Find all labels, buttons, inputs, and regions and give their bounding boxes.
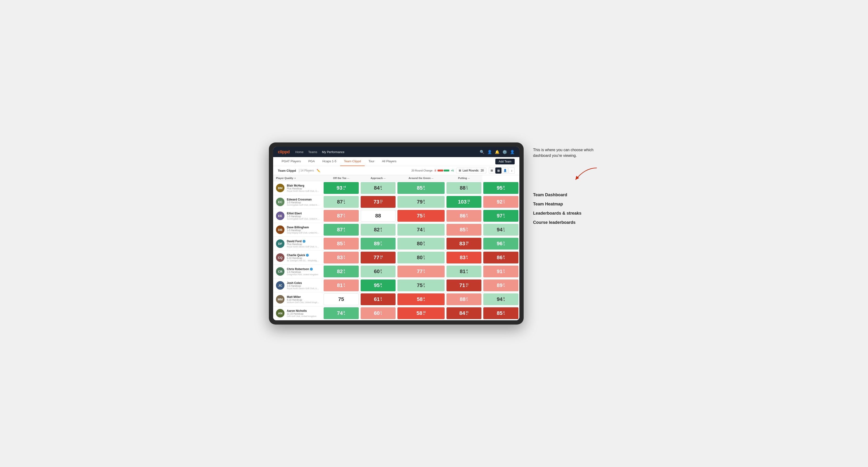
sort-arrow-player[interactable]: ▼: [294, 177, 296, 180]
score-box: 897▲: [361, 238, 396, 250]
score-number: 81: [337, 282, 343, 288]
score-cell-player-quality: 823▲: [323, 264, 360, 279]
score-cell-approach: 773▼: [397, 264, 445, 279]
add-team-button[interactable]: Add Team: [495, 159, 515, 164]
player-cell-td[interactable]: EEElliot Ebert1-5 HandicapSunningdale Go…: [273, 209, 323, 223]
score-box: 959▲: [483, 182, 519, 194]
player-cell: CQCharlie Quick✓6-10 HandicapSt. George'…: [273, 251, 323, 264]
tab-hcaps[interactable]: Hcaps 1-5: [319, 157, 340, 166]
page-wrapper: clippd Home Teams My Performance 🔍 👤 🔔 ⚙…: [269, 143, 599, 324]
tab-pga[interactable]: PGA: [305, 157, 318, 166]
arrow-svg: [571, 165, 599, 184]
player-handicap: 1-5 Handicap: [287, 271, 318, 273]
score-change: 1▲: [423, 227, 425, 232]
change-arrow: ▼: [380, 300, 382, 302]
tab-team-clippd[interactable]: Team Clippd: [340, 157, 365, 166]
tab-pgat-players[interactable]: PGAT Players: [278, 157, 305, 166]
bar-red: [437, 169, 443, 172]
score-number: 60: [374, 310, 379, 316]
bell-icon[interactable]: 🔔: [495, 150, 500, 154]
score-change: 3▼: [503, 269, 505, 274]
player-info: Matt Miller6-10 HandicapWoburn Golf Club…: [287, 295, 320, 304]
player-name: Blair McHarg: [287, 184, 304, 187]
sort-arrow-off-tee[interactable]: —: [347, 177, 349, 180]
score-change: 2▼: [466, 297, 468, 302]
score-change: 15▲: [467, 199, 470, 204]
player-cell-td[interactable]: ECEdward Crossman1-5 HandicapSunningdale…: [273, 195, 323, 209]
score-number: 83: [337, 254, 343, 261]
score-cell-approach: 801▲: [397, 251, 445, 264]
player-club: Royal North Devon Golf Club, United King…: [287, 287, 320, 290]
tab-all-players[interactable]: All Players: [378, 157, 400, 166]
sort-arrow-approach[interactable]: —: [383, 177, 385, 180]
annotation-panel: This is where you can choose which dashb…: [533, 143, 599, 225]
table-row: DFDavid Ford✓Plus HandicapRoyal North De…: [273, 237, 519, 251]
player-cell: ANAaron Nicholls11-15 HandicapDrift Golf…: [273, 307, 323, 319]
score-change: 1▲: [343, 199, 345, 204]
menu-option-team-dashboard[interactable]: Team Dashboard: [533, 192, 599, 197]
player-handicap: 6-10 Handicap: [287, 299, 320, 301]
avatar: DF: [276, 239, 284, 248]
last-rounds-button[interactable]: ⊞ Last Rounds: 20: [456, 168, 486, 173]
user-icon[interactable]: 👤: [487, 150, 492, 154]
sort-arrow-putting[interactable]: —: [468, 177, 470, 180]
score-number: 77: [417, 269, 423, 275]
player-cell-td[interactable]: MMMatt Miller6-10 HandicapWoburn Golf Cl…: [273, 292, 323, 306]
player-club: Sunningdale Golf Club, United Kingdom: [287, 218, 320, 220]
menu-option-team-heatmap[interactable]: Team Heatmap: [533, 201, 599, 207]
player-name-row: Aaron Nicholls: [287, 309, 316, 312]
download-view-icon[interactable]: ↓: [508, 167, 515, 174]
edit-icon[interactable]: ✏️: [316, 169, 320, 173]
person-view-icon[interactable]: 👤: [502, 167, 508, 174]
player-info: Josh Coles1-5 HandicapRoyal North Devon …: [287, 281, 320, 290]
player-cell-td[interactable]: ANAaron Nicholls11-15 HandicapDrift Golf…: [273, 306, 323, 320]
player-cell-td[interactable]: DBDave Billingham1-5 HandicapGog Magog G…: [273, 223, 323, 237]
search-icon[interactable]: 🔍: [480, 150, 485, 154]
score-box: 801▲: [398, 252, 444, 263]
col-header-putting: Putting —: [445, 175, 483, 181]
score-box: 853▼: [323, 238, 359, 250]
score-box: 854▼: [483, 307, 519, 319]
score-number: 75: [417, 213, 423, 219]
score-cell-approach: 803▲: [397, 237, 445, 251]
grid-view-icon[interactable]: ⊞: [489, 167, 495, 174]
score-number: 88: [460, 185, 465, 191]
score-box: 868▼: [483, 252, 519, 263]
score-change: 3▼: [343, 255, 345, 260]
change-arrow: ▲: [466, 272, 468, 274]
heatmap-view-icon[interactable]: ▦: [495, 167, 501, 174]
player-cell-td[interactable]: DFDavid Ford✓Plus HandicapRoyal North De…: [273, 237, 323, 251]
settings-icon[interactable]: ⚙️: [502, 150, 507, 154]
change-arrow: ▼: [503, 272, 505, 274]
score-box: 871▲: [323, 196, 359, 208]
score-change: 6▲: [380, 186, 382, 190]
avatar-icon[interactable]: 👤: [510, 150, 515, 154]
score-number: 86: [497, 254, 502, 261]
score-number: 75: [338, 296, 344, 302]
player-cell-td[interactable]: JCJosh Coles1-5 HandicapRoyal North Devo…: [273, 279, 323, 292]
score-cell-off-tee: 613▼: [360, 292, 397, 306]
nav-link-myperformance[interactable]: My Performance: [322, 150, 344, 154]
score-box: 881▼: [446, 182, 482, 194]
score-cell-off-tee: 602▲: [360, 264, 397, 279]
player-cell-td[interactable]: BMBlair McHargPlus HandicapRoyal North D…: [273, 181, 323, 195]
nav-link-teams[interactable]: Teams: [308, 150, 317, 154]
score-number: 86: [460, 213, 465, 219]
score-change: +4▲: [343, 186, 346, 190]
score-number: 85: [337, 241, 343, 247]
menu-option-leaderboards[interactable]: Leaderboards & streaks: [533, 211, 599, 216]
player-cell-td[interactable]: CRChris Robertson✓1-5 HandicapCraigmilla…: [273, 264, 323, 279]
player-handicap: 11-15 Handicap: [287, 312, 316, 315]
tab-tour[interactable]: Tour: [365, 157, 378, 166]
nav-link-home[interactable]: Home: [295, 150, 304, 154]
score-number: 93: [337, 185, 342, 191]
score-box: 748▲: [323, 307, 359, 319]
table-row: ECEdward Crossman1-5 HandicapSunningdale…: [273, 195, 519, 209]
menu-option-course-leaderboards[interactable]: Course leaderboards: [533, 220, 599, 225]
round-change: 20 Round Change -5 +5: [411, 169, 454, 172]
player-handicap: 1-5 Handicap: [287, 285, 320, 287]
score-change: 3▼: [380, 297, 382, 302]
player-cell-td[interactable]: CQCharlie Quick✓6-10 HandicapSt. George'…: [273, 251, 323, 264]
score-number: 87: [337, 227, 343, 233]
sort-arrow-around-green[interactable]: —: [431, 177, 434, 180]
